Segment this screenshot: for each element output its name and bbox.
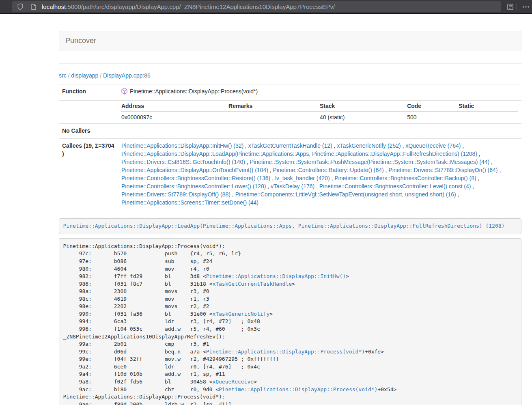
shield-icon[interactable]: [15, 2, 25, 12]
callee-link[interactable]: Pinetime::Applications::Screens::Timer::…: [121, 199, 258, 206]
breadcrumb-line-number: :86: [142, 72, 150, 79]
callee-link[interactable]: lv_task_handler (420): [275, 175, 330, 181]
callee-link[interactable]: Pinetime::Controllers::Battery::Update()…: [273, 167, 384, 173]
stats-cell: 0x0000097c: [121, 112, 228, 123]
url-host: localhost: [42, 3, 66, 10]
callee-link[interactable]: Pinetime::Controllers::BrightnessControl…: [334, 175, 476, 181]
breadcrumb-link[interactable]: displayapp: [71, 72, 98, 79]
callees-row: Callees (19, Σ=3704 ) Pinetime::Applicat…: [59, 138, 521, 210]
url-text[interactable]: localhost:5000/path/src/displayapp/Displ…: [42, 2, 335, 11]
breadcrumb-separator: /: [67, 72, 71, 79]
symbol-link[interactable]: xQueueReceive: [212, 379, 254, 385]
selected-callee-link[interactable]: Pinetime::Applications::DisplayApp::Load…: [63, 223, 505, 229]
breadcrumb-separator: /: [98, 72, 103, 79]
selected-callee-box: Pinetime::Applications::DisplayApp::Load…: [59, 218, 521, 235]
url-bar[interactable]: localhost:5000/path/src/displayapp/Displ…: [12, 1, 501, 12]
function-table: Function Pinetime::Applications::Display…: [59, 84, 521, 210]
callees-list: Pinetime::Applications::DisplayApp::Init…: [118, 138, 521, 210]
app-navbar: Puncover: [59, 31, 521, 51]
callee-link[interactable]: xQueueReceive (764): [405, 142, 461, 149]
callee-link[interactable]: Pinetime::Drivers::Cst816S::GetTouchInfo…: [121, 159, 245, 165]
callee-link[interactable]: Pinetime::Applications::DisplayApp::Init…: [121, 142, 243, 149]
function-row: Function Pinetime::Applications::Display…: [59, 84, 521, 100]
symbol-link[interactable]: Pinetime::Applications::DisplayApp::Proc…: [206, 349, 365, 355]
no-callers-row: No Callers: [59, 123, 521, 138]
menu-icon[interactable]: [521, 2, 531, 12]
page-content: Puncover src / displayapp / DisplayApp.c…: [59, 31, 521, 405]
stats-header-address: Address: [121, 101, 228, 112]
callee-link[interactable]: Pinetime::System::SystemTask::PushMessag…: [250, 159, 490, 165]
brand-title[interactable]: Puncover: [65, 36, 96, 46]
stats-row: AddressRemarksStackCodeStatic 0x0000097c…: [59, 100, 521, 123]
symbol-link[interactable]: Pinetime::Applications::DisplayApp::Proc…: [219, 386, 377, 392]
callee-link[interactable]: xTaskGenericNotify (252): [337, 142, 401, 149]
callee-link[interactable]: xTaskGetCurrentTaskHandle (12): [248, 142, 332, 149]
stats-header-stack: Stack: [320, 101, 407, 112]
function-name: Pinetime::Applications::DisplayApp::Proc…: [130, 88, 258, 95]
symbol-link[interactable]: Pinetime::Applications::DisplayApp::Init…: [206, 273, 346, 279]
callees-label: Callees (19, Σ=3704 ): [59, 138, 118, 210]
callee-link[interactable]: Pinetime::Applications::DisplayApp::Load…: [121, 151, 477, 157]
toolbar-divider: [517, 3, 517, 11]
divider: [59, 63, 521, 64]
breadcrumb: src / displayapp / DisplayApp.cpp:86: [59, 72, 521, 80]
reader-mode-icon[interactable]: [505, 2, 515, 12]
stats-header-remarks: Remarks: [228, 101, 320, 112]
callee-link[interactable]: Pinetime::Components::LittleVgl::SetNewT…: [235, 191, 456, 198]
callee-link[interactable]: Pinetime::Controllers::BrightnessControl…: [319, 183, 471, 190]
breadcrumb-link[interactable]: src: [59, 72, 67, 79]
callee-link[interactable]: Pinetime::Applications::DisplayApp::OnTo…: [121, 167, 268, 173]
stats-value-row: 0x0000097c40 (static)500: [121, 112, 518, 123]
callee-link[interactable]: Pinetime::Drivers::St7789::DisplayOn() (…: [388, 167, 498, 173]
symbol-link[interactable]: xTaskGetCurrentTaskHandle: [212, 281, 292, 287]
disassembly-listing: Pinetime::Applications::DisplayApp::Proc…: [59, 238, 521, 405]
stats-header-code: Code: [407, 101, 459, 112]
callee-link[interactable]: vTaskDelay (176): [271, 183, 314, 190]
urlbar-divider: [27, 3, 27, 11]
stats-cell: [228, 112, 320, 123]
stats-cell: 500: [407, 112, 459, 123]
stats-cell: [459, 112, 518, 123]
page-icon[interactable]: [29, 2, 39, 12]
stats-cell: 40 (static): [320, 112, 407, 123]
stats-header-row: AddressRemarksStackCodeStatic: [121, 101, 518, 112]
function-cube-icon: [121, 88, 127, 97]
browser-toolbar: localhost:5000/path/src/displayapp/Displ…: [0, 0, 532, 14]
callee-link[interactable]: Pinetime::Drivers::St7789::DisplayOff() …: [121, 191, 230, 198]
function-label: Function: [59, 84, 118, 100]
stats-header-static: Static: [459, 101, 518, 112]
url-path: :5000/path/src/displayapp/DisplayApp.cpp…: [66, 3, 335, 10]
callee-link[interactable]: Pinetime::Controllers::BrightnessControl…: [121, 175, 270, 181]
callee-link[interactable]: Pinetime::Controllers::BrightnessControl…: [121, 183, 266, 190]
breadcrumb-link[interactable]: DisplayApp.cpp: [103, 72, 142, 79]
no-callers-label: No Callers: [59, 123, 118, 138]
stats-table: AddressRemarksStackCodeStatic 0x0000097c…: [121, 101, 518, 123]
symbol-link[interactable]: xTaskGenericNotify: [212, 311, 269, 317]
